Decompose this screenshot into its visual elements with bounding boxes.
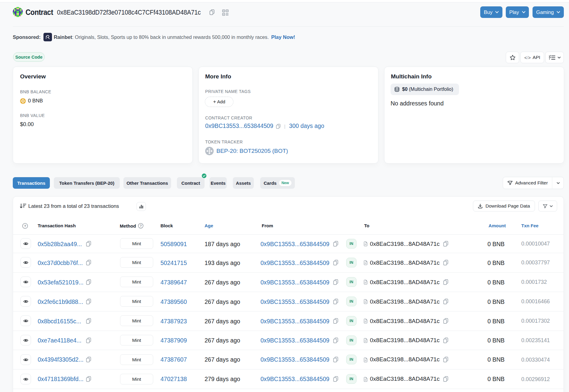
svg-text:?: ? — [140, 224, 142, 228]
svg-text:?: ? — [24, 224, 26, 228]
